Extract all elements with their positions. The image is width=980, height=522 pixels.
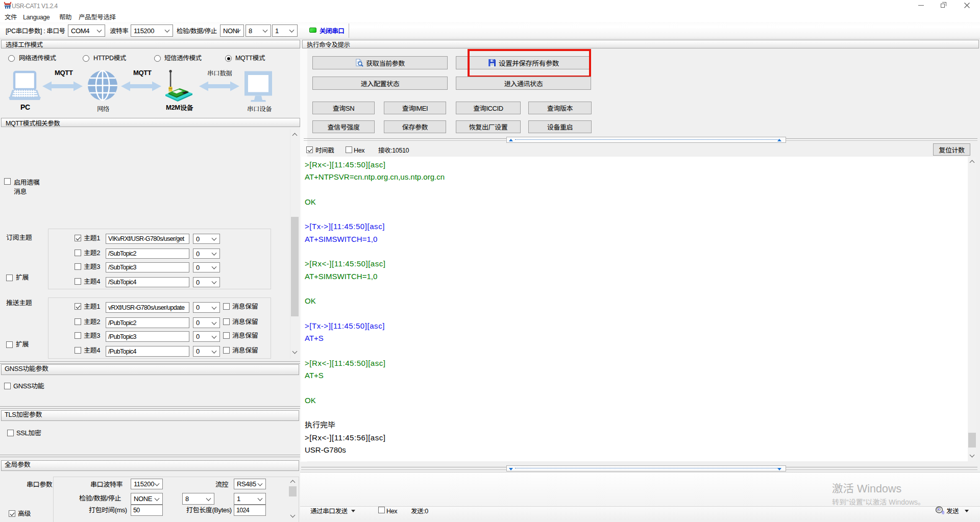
- svg-text:网络: 网络: [97, 104, 110, 113]
- svg-text:M2M: M2M: [166, 104, 180, 111]
- svg-text:PC: PC: [20, 103, 30, 111]
- svg-text:MQTT: MQTT: [133, 69, 152, 77]
- svg-text:设备: 设备: [180, 103, 193, 112]
- svg-text:串口数据: 串口数据: [207, 68, 232, 78]
- svg-text:串口设备: 串口设备: [247, 104, 272, 113]
- svg-text:MQTT: MQTT: [55, 69, 73, 77]
